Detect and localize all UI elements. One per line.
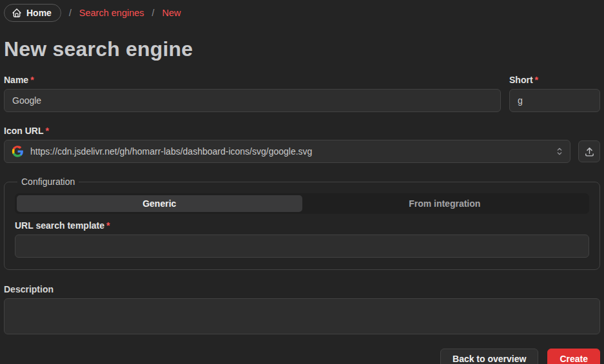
url-search-template-input[interactable]: [15, 235, 589, 258]
required-asterisk: *: [30, 75, 34, 85]
name-label: Name*: [4, 75, 501, 85]
new-search-engine-page: Home / Search engines / New New search e…: [0, 0, 604, 364]
url-search-template-label: URL search template*: [15, 220, 589, 231]
description-textarea[interactable]: [4, 298, 600, 334]
tab-generic[interactable]: Generic: [17, 195, 302, 212]
breadcrumb: Home / Search engines / New: [4, 3, 600, 23]
footer-actions: Back to overview Create: [4, 349, 600, 364]
breadcrumb-separator: /: [152, 8, 155, 18]
icon-url-field-group: Icon URL*: [4, 126, 600, 163]
icon-url-input-wrap: [4, 140, 570, 163]
tab-from-integration[interactable]: From integration: [302, 195, 588, 212]
short-label: Short*: [509, 75, 600, 85]
breadcrumb-link-new[interactable]: New: [162, 8, 180, 18]
icon-url-label: Icon URL*: [4, 126, 600, 136]
upload-icon-button[interactable]: [578, 140, 600, 162]
name-short-row: Name* Short*: [4, 75, 600, 112]
name-input[interactable]: [4, 89, 501, 112]
upload-icon: [584, 146, 595, 157]
configuration-fieldset: Configuration Generic From integration U…: [4, 177, 600, 270]
name-field-group: Name*: [4, 75, 501, 112]
description-label: Description: [4, 284, 600, 294]
icon-url-input[interactable]: [4, 140, 570, 163]
breadcrumb-separator: /: [69, 8, 72, 18]
page-title: New search engine: [4, 37, 600, 61]
breadcrumb-link-search-engines[interactable]: Search engines: [79, 8, 144, 18]
required-asterisk: *: [45, 126, 48, 136]
selector-icon[interactable]: [554, 146, 565, 157]
description-field-group: Description: [4, 284, 600, 336]
breadcrumb-home-label: Home: [26, 8, 52, 18]
configuration-tabs: Generic From integration: [15, 193, 589, 214]
required-asterisk: *: [535, 75, 538, 85]
create-button[interactable]: Create: [547, 349, 600, 364]
short-field-group: Short*: [509, 75, 600, 112]
configuration-legend: Configuration: [17, 177, 79, 187]
breadcrumb-home-button[interactable]: Home: [4, 4, 61, 22]
back-to-overview-button[interactable]: Back to overview: [440, 349, 538, 364]
home-icon: [12, 8, 22, 18]
required-asterisk: *: [106, 220, 110, 231]
icon-url-row: [4, 140, 600, 163]
short-input[interactable]: [509, 89, 600, 112]
